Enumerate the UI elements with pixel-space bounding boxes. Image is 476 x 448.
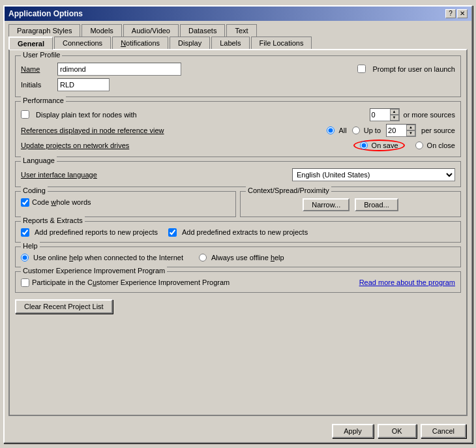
apply-button[interactable]: Apply <box>332 424 374 438</box>
up-to-label: Up to <box>364 127 381 134</box>
participate-label: Participate in the Customer Experience I… <box>32 278 230 286</box>
sources-spinbox: ▲ ▼ <box>370 108 400 121</box>
tab-labels[interactable]: Labels <box>211 37 249 50</box>
language-group-label: Language <box>21 157 57 164</box>
tab-models[interactable]: Models <box>82 24 121 37</box>
tab-general[interactable]: General <box>8 37 53 50</box>
all-label: All <box>338 127 346 134</box>
language-group: Language User interface language English… <box>15 161 461 187</box>
clear-recent-button[interactable]: Clear Recent Project List <box>15 299 113 314</box>
close-button[interactable]: ✕ <box>457 9 468 18</box>
offline-help-label: Always use offline help <box>211 254 284 261</box>
initials-input[interactable] <box>57 78 110 91</box>
add-reports-checkbox[interactable] <box>21 228 29 237</box>
per-source-spinbox: ▲ ▼ <box>386 124 416 137</box>
all-radio[interactable] <box>327 127 335 134</box>
title-bar: Application Options ? ✕ <box>5 7 471 21</box>
add-extracts-label: Add predefined extracts to new projects <box>182 228 308 236</box>
prompt-launch-label: Prompt for user on launch <box>372 65 455 73</box>
code-whole-words-checkbox[interactable] <box>21 198 29 207</box>
performance-label: Performance <box>21 97 66 104</box>
context-group-label: Context/Spread/Proximity <box>246 187 331 194</box>
user-profile-group: User Profile Name Prompt for user on lau… <box>15 55 461 97</box>
context-spread-group: Context/Spread/Proximity Narrow... Broad… <box>240 191 461 217</box>
tab-paragraph-styles[interactable]: Paragraph Styles <box>8 24 80 37</box>
language-select[interactable]: English (United States) English (UK) Ger… <box>292 168 455 181</box>
read-more-link[interactable]: Read more about the program <box>359 278 455 286</box>
coding-group-label: Coding <box>21 187 48 194</box>
ok-button[interactable]: OK <box>378 424 417 438</box>
spin-up-btn[interactable]: ▲ <box>390 109 399 115</box>
reports-group: Reports & Extracts Add predefined report… <box>15 221 461 243</box>
customer-group-label: Customer Experience Improvement Program <box>21 267 167 275</box>
add-reports-label: Add predefined reports to new projects <box>35 228 158 236</box>
help-button[interactable]: ? <box>445 9 456 18</box>
on-save-label: On save <box>372 142 398 149</box>
tab-display[interactable]: Display <box>170 37 210 50</box>
per-source-spin-up[interactable]: ▲ <box>406 125 415 130</box>
offline-help-radio[interactable] <box>199 254 207 261</box>
tab-datasets[interactable]: Datasets <box>180 24 225 37</box>
display-plain-text-label: Display plain text for nodes with <box>36 111 137 119</box>
tab-connections[interactable]: Connections <box>54 37 111 50</box>
cancel-button[interactable]: Cancel <box>421 424 466 438</box>
broad-button[interactable]: Broad... <box>355 198 398 211</box>
coding-group: Coding Code whole words <box>15 191 236 217</box>
dialog-title: Application Options <box>8 9 83 18</box>
refs-label: References displayed in node reference v… <box>21 127 164 134</box>
per-source-spin-down[interactable]: ▼ <box>406 130 415 136</box>
up-to-radio[interactable] <box>352 127 360 134</box>
display-plain-text-checkbox[interactable] <box>21 110 29 119</box>
help-group: Help Use online help when connected to t… <box>15 246 461 267</box>
tab-panel-general: User Profile Name Prompt for user on lau… <box>8 49 468 416</box>
bottom-bar: Apply OK Cancel <box>5 420 471 442</box>
participate-checkbox[interactable] <box>21 278 29 287</box>
tab-file-locations[interactable]: File Locations <box>251 37 312 50</box>
prompt-launch-checkbox[interactable] <box>357 65 366 73</box>
application-options-dialog: Application Options ? ✕ Paragraph Styles… <box>3 5 473 443</box>
on-save-highlight: On save <box>353 140 405 151</box>
online-help-label: Use online help when connected to the In… <box>33 254 183 261</box>
title-bar-buttons: ? ✕ <box>445 9 468 18</box>
add-extracts-checkbox[interactable] <box>168 228 177 237</box>
narrow-button[interactable]: Narrow... <box>303 198 350 211</box>
help-group-label: Help <box>21 242 40 250</box>
tab-notifications[interactable]: Notifications <box>112 37 168 50</box>
tab-row-2: General Connections Notifications Displa… <box>8 36 468 49</box>
customer-group: Customer Experience Improvement Program … <box>15 271 461 293</box>
tab-text[interactable]: Text <box>226 24 256 37</box>
user-profile-label: User Profile <box>21 51 62 59</box>
online-help-radio[interactable] <box>21 254 29 261</box>
name-input[interactable] <box>57 63 181 76</box>
on-save-radio[interactable] <box>360 142 368 149</box>
per-source-label: per source <box>421 127 455 134</box>
on-close-radio[interactable] <box>415 142 423 149</box>
sources-spinbox-input[interactable] <box>370 109 390 121</box>
sources-suffix-label: or more sources <box>404 111 455 119</box>
tab-audio-video[interactable]: Audio/Video <box>123 24 179 37</box>
tab-row-1: Paragraph Styles Models Audio/Video Data… <box>8 23 468 36</box>
on-close-label: On close <box>427 142 455 149</box>
code-whole-words-label: Code whole words <box>32 198 91 206</box>
update-projects-label: Update projects on network drives <box>21 142 129 149</box>
language-label: User interface language <box>21 171 97 179</box>
dialog-content: Paragraph Styles Models Audio/Video Data… <box>5 21 471 420</box>
per-source-spinbox-input[interactable] <box>387 125 406 136</box>
reports-group-label: Reports & Extracts <box>21 217 85 224</box>
spin-down-btn[interactable]: ▼ <box>390 115 399 121</box>
performance-group: Performance Display plain text for nodes… <box>15 101 461 157</box>
initials-label: Initials <box>21 81 53 89</box>
name-label: Name <box>21 65 53 73</box>
